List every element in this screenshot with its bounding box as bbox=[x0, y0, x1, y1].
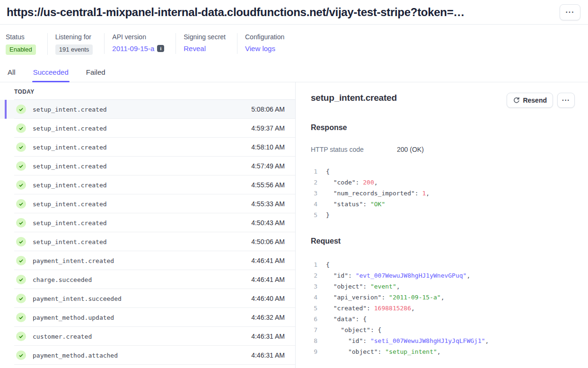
resend-button-label: Resend bbox=[523, 96, 547, 104]
event-time: 4:59:37 AM bbox=[251, 124, 285, 132]
response-code-block: 1{2 "code": 200,3 "num_records_imported"… bbox=[311, 166, 575, 220]
success-check-icon bbox=[16, 105, 26, 114]
event-name: customer.created bbox=[33, 333, 92, 340]
http-status-value: 200 (OK) bbox=[397, 146, 424, 153]
configuration-column: Configuration View logs bbox=[237, 33, 296, 54]
success-check-icon bbox=[16, 123, 26, 133]
event-list-item[interactable]: setup_intent.created 4:50:43 AM bbox=[0, 213, 295, 232]
listening-for-label: Listening for bbox=[55, 33, 93, 41]
code-line: 9 "object": "setup_intent", bbox=[311, 346, 575, 357]
line-number: 2 bbox=[311, 270, 317, 281]
http-status-label: HTTP status code bbox=[311, 146, 397, 153]
event-list-item[interactable]: payment_intent.succeeded 4:46:40 AM bbox=[0, 289, 295, 308]
code-line: 4 "status": "OK" bbox=[311, 199, 575, 210]
ellipsis-icon: ··· bbox=[566, 9, 575, 16]
line-number: 8 bbox=[311, 335, 317, 346]
resend-refresh-icon bbox=[513, 97, 519, 104]
line-number: 6 bbox=[311, 314, 317, 324]
event-filter-tabs: All Succeeded Failed bbox=[0, 61, 588, 82]
line-number: 1 bbox=[311, 259, 317, 270]
success-check-icon bbox=[16, 237, 26, 246]
event-time: 4:46:40 AM bbox=[251, 295, 285, 302]
endpoint-url-title: https://us-central1-mixpanel-internal-da… bbox=[7, 6, 465, 19]
code-line: 3 "object": "event", bbox=[311, 281, 575, 292]
success-check-icon bbox=[16, 294, 26, 303]
tab-succeeded[interactable]: Succeeded bbox=[32, 65, 70, 82]
event-list-panel: TODAY setup_intent.created 5:08:06 AM se… bbox=[0, 82, 296, 368]
api-version-link[interactable]: 2011-09-15-a bbox=[112, 44, 154, 53]
event-list-item[interactable]: setup_intent.created 4:58:10 AM bbox=[0, 138, 295, 157]
status-label: Status bbox=[6, 33, 36, 41]
success-check-icon bbox=[16, 199, 26, 209]
event-name: setup_intent.created bbox=[33, 182, 107, 189]
event-detail-title: setup_intent.created bbox=[311, 93, 397, 103]
signing-secret-label: Signing secret bbox=[184, 33, 226, 41]
api-version-column: API version 2011-09-15-a i bbox=[104, 33, 176, 54]
line-number: 3 bbox=[311, 281, 317, 292]
ellipsis-icon: ··· bbox=[562, 96, 570, 104]
event-list-item[interactable]: payment_intent.created 4:46:41 AM bbox=[0, 251, 295, 270]
line-number: 5 bbox=[311, 210, 317, 220]
header-overflow-button[interactable]: ··· bbox=[560, 4, 580, 20]
event-name: payment_method.updated bbox=[33, 314, 114, 321]
signing-secret-column: Signing secret Reveal bbox=[176, 33, 237, 54]
event-list-item[interactable]: payment_method.attached 4:46:31 AM bbox=[0, 346, 295, 365]
view-logs-link[interactable]: View logs bbox=[245, 44, 275, 53]
event-detail-panel: setup_intent.created Resend ··· Response bbox=[296, 82, 588, 368]
event-list-item[interactable]: setup_intent.created 4:50:06 AM bbox=[0, 232, 295, 251]
page-header: https://us-central1-mixpanel-internal-da… bbox=[0, 0, 588, 25]
event-time: 4:55:33 AM bbox=[251, 200, 285, 208]
event-list-item[interactable]: payment_method.updated 4:46:32 AM bbox=[0, 308, 295, 327]
code-line: 1{ bbox=[311, 259, 575, 270]
event-name: setup_intent.created bbox=[33, 201, 107, 208]
tab-all[interactable]: All bbox=[7, 65, 17, 82]
success-check-icon bbox=[16, 275, 26, 284]
event-list-item[interactable]: customer.created 4:46:31 AM bbox=[0, 327, 295, 346]
event-name: payment_intent.succeeded bbox=[33, 295, 122, 302]
event-name: setup_intent.created bbox=[33, 125, 107, 132]
line-number: 3 bbox=[311, 188, 317, 199]
tab-failed[interactable]: Failed bbox=[85, 65, 106, 82]
line-number: 5 bbox=[311, 303, 317, 314]
line-number: 2 bbox=[311, 177, 317, 188]
event-name: setup_intent.created bbox=[33, 144, 107, 151]
code-line: 5} bbox=[311, 210, 575, 220]
success-check-icon bbox=[16, 161, 26, 171]
event-rows: setup_intent.created 5:08:06 AM setup_in… bbox=[0, 100, 295, 365]
request-section-heading: Request bbox=[311, 237, 575, 245]
event-count-badge: 191 events bbox=[55, 44, 93, 55]
resend-button[interactable]: Resend bbox=[507, 93, 553, 108]
event-list-item[interactable]: setup_intent.created 4:59:37 AM bbox=[0, 119, 295, 138]
detail-overflow-button[interactable]: ··· bbox=[557, 93, 575, 108]
event-list-item[interactable]: setup_intent.created 4:55:56 AM bbox=[0, 175, 295, 194]
code-line: 7 "object": { bbox=[311, 324, 575, 335]
event-name: payment_intent.created bbox=[33, 257, 114, 264]
event-time: 4:55:56 AM bbox=[251, 181, 285, 189]
event-time: 4:58:10 AM bbox=[251, 143, 285, 151]
event-list-item[interactable]: charge.succeeded 4:46:41 AM bbox=[0, 270, 295, 289]
success-check-icon bbox=[16, 350, 26, 360]
success-check-icon bbox=[16, 180, 26, 190]
event-list-item[interactable]: setup_intent.created 4:57:49 AM bbox=[0, 157, 295, 175]
info-icon: i bbox=[157, 45, 164, 52]
main-content: TODAY setup_intent.created 5:08:06 AM se… bbox=[0, 82, 588, 368]
code-line: 8 "id": "seti_007WewuJW8hgHJ1yJqLFWGj1", bbox=[311, 335, 575, 346]
event-time: 4:46:41 AM bbox=[251, 257, 285, 264]
code-line: 5 "created": 1698815286, bbox=[311, 303, 575, 314]
event-name: setup_intent.created bbox=[33, 163, 107, 170]
code-line: 3 "num_records_imported": 1, bbox=[311, 188, 575, 199]
event-name: setup_intent.created bbox=[33, 238, 107, 245]
event-list-item[interactable]: setup_intent.created 4:55:33 AM bbox=[0, 194, 295, 213]
event-name: setup_intent.created bbox=[33, 219, 107, 227]
success-check-icon bbox=[16, 332, 26, 341]
event-time: 4:46:31 AM bbox=[251, 333, 285, 340]
request-code-block: 1{2 "id": "evt_007WewuJW8hgHJ1yWnevGPuq"… bbox=[311, 259, 575, 357]
event-time: 4:46:31 AM bbox=[251, 351, 285, 359]
event-time: 4:50:43 AM bbox=[251, 219, 285, 227]
event-list-item[interactable]: setup_intent.created 5:08:06 AM bbox=[0, 100, 295, 119]
line-number: 7 bbox=[311, 324, 317, 335]
event-time: 4:57:49 AM bbox=[251, 162, 285, 170]
success-check-icon bbox=[16, 142, 26, 152]
listening-for-column: Listening for 191 events bbox=[47, 33, 105, 55]
reveal-link[interactable]: Reveal bbox=[184, 44, 206, 53]
